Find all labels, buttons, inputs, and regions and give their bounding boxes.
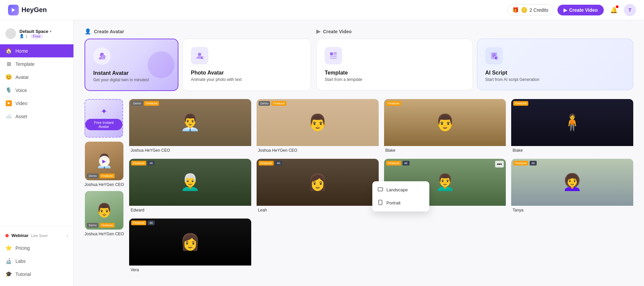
v5-4k: 4K: [148, 161, 155, 165]
v3-finetune: Finetune: [386, 101, 401, 106]
sidebar-label-avatar: Avatar: [15, 75, 29, 80]
video-card-4[interactable]: 🧍 Finetune Blake: [511, 99, 633, 153]
video-name-2: Joshua HeYGen CEO: [257, 146, 379, 153]
webinar-label: Webinar: [11, 233, 29, 238]
template-card[interactable]: Template Start from a template: [316, 39, 473, 90]
video-more-button[interactable]: •••: [495, 161, 504, 168]
create-video-button[interactable]: ▶ Create Video: [557, 5, 604, 15]
create-video-header: ▶ Create Video: [316, 28, 633, 35]
svg-rect-10: [334, 54, 337, 55]
avatar-list: ✦ Free Instant Avatar 👨‍💼 ▶ Demo Finetun…: [85, 99, 124, 273]
sidebar-item-avatar[interactable]: 😊 Avatar: [0, 70, 73, 84]
video-name-9: Vera: [129, 266, 251, 273]
sidebar-label-pricing: Pricing: [15, 245, 30, 251]
svg-rect-12: [330, 58, 337, 59]
home-icon: 🏠: [5, 48, 12, 54]
sidebar-label-video: Video: [15, 101, 28, 106]
sidebar-label-home: Home: [15, 48, 28, 54]
sidebar-item-voice[interactable]: 🎙️ Voice: [0, 84, 73, 97]
sidebar-item-asset[interactable]: ☁️ Asset: [0, 110, 73, 123]
credits-button[interactable]: 🎁 🪙 2 Credits: [507, 4, 553, 15]
video-card-6[interactable]: 👩 Finetune 4K Leah: [257, 159, 379, 213]
avatar-item-2[interactable]: 👨 Demo Finetune Joshua HeYGen CEO: [85, 191, 124, 236]
v6-finetune: Finetune: [259, 161, 274, 165]
play-button-1[interactable]: ▶: [99, 156, 110, 166]
create-video-section: ▶ Create Video: [316, 28, 633, 90]
webinar-status: Live Soon: [31, 234, 48, 238]
sidebar-item-home[interactable]: 🏠 Home: [0, 44, 73, 57]
workspace-selector[interactable]: Default Space ▾ 👤 1 Free: [0, 26, 73, 44]
v4-finetune: Finetune: [513, 101, 528, 106]
svg-marker-0: [12, 8, 15, 12]
video-card-9[interactable]: 👩 Finetune 4K Vera: [129, 219, 251, 273]
v9-4k: 4K: [148, 221, 155, 225]
video-card-1[interactable]: 👨‍💼 Demo Finetune Joshua HeYGen CEO: [129, 99, 251, 153]
video-card-5[interactable]: 👨‍🦳 Finetune 4K Edward: [129, 159, 251, 213]
sidebar-item-pricing[interactable]: ⭐ Pricing: [0, 241, 73, 254]
create-avatar-icon: 👤: [85, 28, 91, 35]
content-grid: ✦ Free Instant Avatar 👨‍💼 ▶ Demo Finetun…: [85, 99, 633, 273]
svg-point-5: [198, 53, 201, 56]
instant-avatar-card[interactable]: Instant Avatar Get your digital twin in …: [85, 39, 178, 91]
chevron-down-icon: ▾: [50, 30, 51, 33]
ai-script-card[interactable]: ✦ AI Script Start from AI script Generat…: [477, 39, 634, 90]
app-name: HeyGen: [21, 6, 47, 14]
free-avatar-button[interactable]: Free Instant Avatar: [85, 119, 122, 130]
landscape-label: Landscape: [386, 187, 408, 192]
sidebar-item-labs[interactable]: 🔬 Labs: [0, 254, 73, 268]
create-video-icon: ▶: [316, 28, 320, 35]
template-card-icon: [325, 47, 342, 64]
video-card-3[interactable]: 👨 Finetune Blake: [384, 99, 506, 153]
instant-avatar-card-icon: [93, 47, 111, 65]
photo-avatar-icon: ✦: [191, 47, 208, 64]
video-icon: ▶: [564, 7, 567, 13]
card-decoration: [148, 51, 174, 78]
photo-avatar-card[interactable]: ✦ Photo Avatar Animate your photo with t…: [182, 39, 311, 91]
avatar-1-badges: Demo Finetune: [87, 174, 115, 178]
voice-icon: 🎙️: [5, 87, 12, 93]
sidebar-nav: 🏠 Home ⊞ Template 😊 Avatar 🎙️ Voice ▶️ V…: [0, 44, 73, 227]
svg-text:✦: ✦: [202, 56, 204, 59]
video-thumb-4: 🧍 Finetune: [511, 99, 633, 146]
create-avatar-title: Create Avatar: [94, 29, 124, 34]
avatar-item-1[interactable]: 👨‍💼 ▶ Demo Finetune Joshua HeYGen CEO: [85, 142, 124, 187]
video-thumb-8: 👩‍🦱 Finetune 4K: [511, 159, 633, 206]
template-icon: ⊞: [5, 61, 12, 67]
v8-4k: 4K: [530, 161, 537, 165]
app-logo[interactable]: HeyGen: [8, 5, 47, 15]
video-name-8: Tanya: [511, 206, 633, 213]
sidebar-bottom: Webinar Live Soon › ⭐ Pricing 🔬 Labs 🎓 T…: [0, 227, 73, 281]
video-name-3: Blake: [384, 146, 506, 153]
notification-button[interactable]: 🔔: [608, 4, 620, 16]
sidebar: Default Space ▾ 👤 1 Free 🏠 Home ⊞ Templa…: [0, 20, 74, 286]
workspace-info: Default Space ▾ 👤 1 Free: [19, 29, 68, 39]
sidebar-item-template[interactable]: ⊞ Template: [0, 57, 73, 70]
demo-badge: Demo: [87, 174, 98, 178]
photo-avatar-title: Photo Avatar: [191, 70, 303, 76]
sidebar-label-voice: Voice: [15, 88, 27, 93]
video-card-2[interactable]: 👨 Demo Finetune Joshua HeYGen CEO: [257, 99, 379, 153]
sidebar-label-asset: Asset: [15, 114, 27, 119]
avatar-2-name: Joshua HeYGen CEO: [85, 232, 124, 236]
v6-4k: 4K: [275, 161, 282, 165]
sidebar-item-video[interactable]: ▶️ Video: [0, 97, 73, 110]
template-card-title: Template: [325, 70, 465, 76]
sidebar-item-tutorial[interactable]: 🎓 Tutorial: [0, 268, 73, 281]
logo-icon: [8, 5, 19, 15]
workspace-name: Default Space ▾: [19, 29, 68, 34]
free-instant-avatar-card[interactable]: ✦ Free Instant Avatar: [85, 99, 123, 138]
video-thumb-5: 👨‍🦳 Finetune 4K: [129, 159, 251, 206]
video-card-8[interactable]: 👩‍🦱 Finetune 4K Tanya: [511, 159, 633, 213]
landscape-icon: [378, 187, 383, 193]
create-avatar-section: 👤 Create Avatar: [85, 28, 311, 91]
context-item-portrait[interactable]: Portrait: [372, 196, 429, 209]
video-thumb-3: 👨 Finetune: [384, 99, 506, 146]
webinar-item[interactable]: Webinar Live Soon ›: [0, 230, 73, 241]
svg-rect-11: [330, 56, 337, 57]
v5-finetune: Finetune: [131, 161, 146, 165]
v1-demo: Demo: [131, 101, 143, 106]
create-video-title: Create Video: [323, 29, 352, 34]
user-avatar-button[interactable]: T: [624, 4, 636, 16]
context-item-landscape[interactable]: Landscape: [372, 183, 429, 196]
members-icon: 👤: [19, 34, 24, 38]
